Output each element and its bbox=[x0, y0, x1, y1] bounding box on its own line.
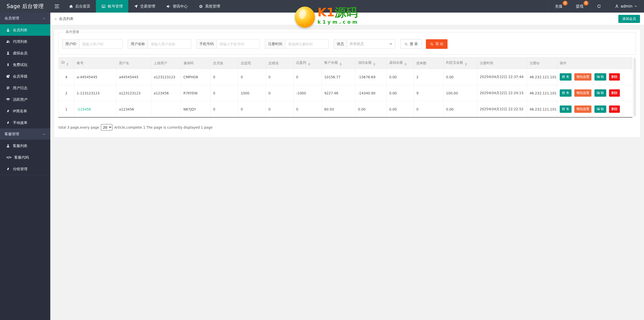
select-caret-icon bbox=[389, 43, 392, 45]
sidebar-item-ip-blacklist[interactable]: IP黑名单 bbox=[0, 105, 50, 117]
recharge-badge: 0 bbox=[563, 1, 568, 6]
image-icon bbox=[101, 4, 106, 9]
col-interest[interactable]: 利息宝金额 bbox=[444, 57, 477, 69]
search-button[interactable]: 搜 索 bbox=[400, 39, 422, 49]
export-button[interactable]: 导 出 bbox=[426, 39, 448, 49]
delete-button[interactable]: 删除 bbox=[609, 89, 620, 97]
breadcrumb: 会员列表 bbox=[59, 16, 73, 21]
megaphone-icon bbox=[166, 4, 171, 9]
sidebar-item-active-users[interactable]: 活跃用户 bbox=[0, 94, 50, 105]
sidebar-item-user-log[interactable]: 用户日志 bbox=[0, 82, 50, 94]
sidebar-item-member-list[interactable]: 会员列表 bbox=[0, 24, 50, 36]
finance-button[interactable]: 财 务 bbox=[560, 89, 572, 97]
pagination-suffix: Article,complete 1 The page is currently… bbox=[114, 125, 213, 129]
col-gift: 总赠送 bbox=[266, 57, 294, 69]
phone-label: 手机号码 bbox=[196, 39, 217, 49]
code-icon: </> bbox=[6, 156, 12, 159]
delete-button[interactable]: 删除 bbox=[609, 105, 620, 113]
chevron-up-icon bbox=[634, 5, 637, 8]
sidebar-group-members[interactable]: 会员管理 bbox=[0, 13, 50, 24]
add-member-button[interactable]: 添加会员 bbox=[618, 15, 640, 23]
nav-item-trade[interactable]: 交易管理 bbox=[128, 0, 161, 13]
col-profit[interactable]: 总盈利 bbox=[294, 57, 322, 69]
main-content: » 会员列表 添加会员 条件搜索 用户ID 用户名称 手机号码 bbox=[50, 13, 644, 320]
col-withdraw: 总提现 bbox=[238, 57, 266, 69]
edit-button[interactable]: 编 辑 bbox=[594, 73, 606, 81]
table-row: 4 a-44545445 a44545445 a123123123 CMPHG8… bbox=[59, 69, 632, 85]
col-reg-time: 注册时间 bbox=[477, 57, 527, 69]
col-username: 用户名 bbox=[116, 57, 151, 69]
status-select[interactable]: 所有状态 bbox=[347, 39, 395, 49]
breadcrumb-bar: » 会员列表 添加会员 bbox=[50, 13, 644, 25]
sidebar-item-group-manage[interactable]: 分组管理 bbox=[0, 163, 50, 175]
link-icon bbox=[6, 167, 10, 171]
link-icon bbox=[6, 121, 10, 125]
chevron-down-icon bbox=[42, 17, 46, 20]
nav-item-home[interactable]: 后台首页 bbox=[63, 0, 96, 13]
sort-icon bbox=[308, 63, 310, 66]
sort-icon bbox=[373, 63, 375, 66]
hidden-deduct-button[interactable]: 暗扣设置 bbox=[574, 73, 591, 81]
street-view-icon bbox=[6, 63, 10, 67]
withdraw-badge: 0 bbox=[584, 1, 588, 6]
col-orders: 抢单数 bbox=[414, 57, 444, 69]
brand-logo: Sage 后台管理 bbox=[0, 0, 50, 13]
search-legend: 条件搜索 bbox=[64, 30, 81, 34]
phone-input[interactable] bbox=[217, 39, 260, 49]
send-icon bbox=[134, 4, 138, 9]
withdraw-button[interactable]: 提现 0 bbox=[569, 0, 590, 13]
col-balance[interactable]: 账户余额 bbox=[322, 57, 355, 69]
sidebar-item-free-trial[interactable]: 免费试玩 bbox=[0, 59, 50, 70]
member-table: ID 账号 用户名 上级用户 邀请码 总充值 总提现 总赠送 总盈利 账户余额 … bbox=[58, 57, 632, 118]
user-menu[interactable]: admin bbox=[608, 0, 644, 13]
username: admin bbox=[621, 4, 632, 9]
search-icon bbox=[404, 42, 408, 46]
user-name-label: 用户名称 bbox=[128, 39, 148, 49]
gears-icon bbox=[199, 4, 203, 9]
page-size-select[interactable]: 20 bbox=[101, 124, 112, 130]
sidebar-group-service[interactable]: 客服管理 bbox=[0, 128, 50, 140]
home-icon bbox=[69, 4, 73, 9]
table-row: 2 1-123123123 a123123123 a123456 R7KYEW … bbox=[59, 85, 632, 101]
user-id-label: 用户ID bbox=[62, 39, 79, 49]
nav-item-accounts[interactable]: 账号管理 bbox=[96, 0, 128, 13]
pagination: total 3 page,every page 20 Article,compl… bbox=[58, 124, 636, 130]
user-icon bbox=[6, 28, 10, 32]
hidden-deduct-button[interactable]: 暗扣设置 bbox=[574, 89, 591, 97]
col-virtual[interactable]: 虚拟余额 bbox=[387, 57, 414, 69]
sidebar-item-service-code[interactable]: </> 客服代码 bbox=[0, 152, 50, 163]
refresh-button[interactable] bbox=[590, 0, 608, 13]
topbar: Sage 后台管理 后台首页 账号管理 交易管理 资讯中心 系统管理 充值 0 bbox=[0, 0, 644, 13]
topbar-right: 充值 0 提现 0 admin bbox=[548, 0, 644, 13]
search-icon bbox=[430, 42, 434, 46]
top-nav: 后台首页 账号管理 交易管理 资讯中心 系统管理 bbox=[63, 0, 226, 13]
reg-time-input[interactable] bbox=[285, 39, 329, 49]
hamburger-menu-icon[interactable] bbox=[50, 0, 63, 13]
account-link[interactable]: -123456 bbox=[74, 101, 116, 118]
pie-chart-icon bbox=[6, 74, 10, 78]
col-frozen[interactable]: 冻结金额 bbox=[355, 57, 387, 69]
user-secret-icon bbox=[6, 51, 10, 55]
col-invite: 邀请码 bbox=[181, 57, 211, 69]
recharge-button[interactable]: 充值 0 bbox=[548, 0, 569, 13]
sidebar-item-manual-dispatch[interactable]: 手动派单 bbox=[0, 117, 50, 128]
sidebar-item-virtual-members[interactable]: 虚拟会员 bbox=[0, 47, 50, 59]
member-table-wrap: ID 账号 用户名 上级用户 邀请码 总充值 总提现 总赠送 总盈利 账户余额 … bbox=[58, 57, 636, 118]
sidebar: 会员管理 会员列表 代理列表 虚拟会员 免费试玩 会员等级 用户日志 活跃用户 … bbox=[0, 13, 50, 320]
sidebar-item-service-list[interactable]: 客服列表 bbox=[0, 140, 50, 152]
table-scrollbar[interactable] bbox=[633, 58, 636, 117]
finance-button[interactable]: 财 务 bbox=[560, 73, 572, 81]
col-id[interactable]: ID bbox=[59, 57, 74, 69]
delete-button[interactable]: 删除 bbox=[609, 73, 620, 81]
edit-button[interactable]: 编 辑 bbox=[594, 89, 606, 97]
sidebar-item-member-level[interactable]: 会员等级 bbox=[0, 70, 50, 82]
finance-button[interactable]: 财 务 bbox=[560, 105, 572, 113]
user-name-input[interactable] bbox=[148, 39, 191, 49]
user-id-input[interactable] bbox=[79, 39, 123, 49]
nav-item-system[interactable]: 系统管理 bbox=[193, 0, 226, 13]
nav-item-news[interactable]: 资讯中心 bbox=[161, 0, 193, 13]
edit-button[interactable]: 编 辑 bbox=[594, 105, 606, 113]
sidebar-item-agent-list[interactable]: 代理列表 bbox=[0, 36, 50, 47]
sort-icon bbox=[340, 63, 342, 66]
hidden-deduct-button[interactable]: 暗扣设置 bbox=[574, 105, 591, 113]
